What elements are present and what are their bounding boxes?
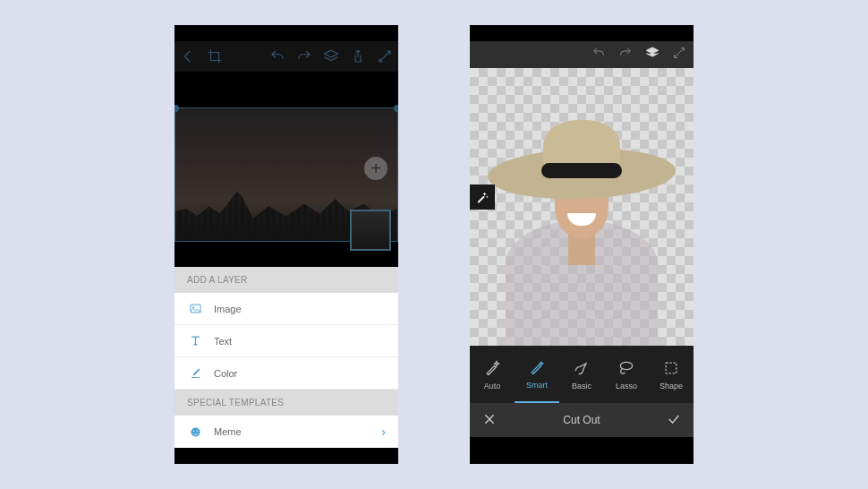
svg-point-3 — [191, 427, 200, 436]
layers-icon[interactable] — [645, 46, 660, 64]
chevron-right-icon: › — [381, 425, 386, 439]
undo-icon[interactable] — [591, 46, 606, 64]
undo-icon[interactable] — [269, 48, 285, 64]
tab-label: Auto — [484, 382, 501, 390]
row-label: Image — [214, 304, 242, 314]
add-layer-panel: ADD A LAYER Image Text Color SPECIAL TEM… — [174, 267, 398, 448]
row-text[interactable]: Text — [174, 325, 398, 357]
redo-icon[interactable] — [618, 46, 633, 64]
meme-icon — [187, 425, 203, 439]
selection-handle-icon[interactable] — [394, 105, 398, 112]
back-icon[interactable] — [180, 48, 196, 64]
svg-point-5 — [196, 430, 198, 432]
svg-marker-0 — [325, 50, 338, 57]
fullscreen-icon[interactable] — [672, 46, 686, 64]
tab-label: Smart — [526, 381, 548, 390]
svg-point-7 — [620, 362, 632, 369]
screen-title: Cut Out — [563, 414, 600, 426]
crop-icon[interactable] — [207, 48, 223, 64]
phone-left-editor: + ADD A LAYER Image Text Color SPECIAL T… — [174, 25, 398, 464]
tool-tabs: Auto Smart Basic Lasso Shape Ref — [470, 346, 694, 403]
tab-auto[interactable]: Auto — [470, 346, 515, 403]
image-icon — [187, 302, 203, 315]
selection-handle-icon[interactable] — [174, 105, 179, 112]
tab-label: Shape — [660, 382, 683, 390]
row-label: Color — [214, 368, 237, 379]
row-meme[interactable]: Meme › — [174, 416, 398, 448]
svg-point-4 — [192, 430, 194, 432]
layers-icon[interactable] — [323, 48, 339, 64]
svg-rect-8 — [666, 363, 677, 373]
confirm-button[interactable] — [667, 412, 681, 429]
section-header-add-layer: ADD A LAYER — [174, 267, 398, 293]
section-header-special-templates: SPECIAL TEMPLATES — [174, 390, 398, 416]
row-color[interactable]: Color — [174, 357, 398, 390]
canvas-transparent[interactable] — [470, 68, 694, 346]
row-image[interactable]: Image — [174, 293, 398, 325]
tab-smart[interactable]: Smart — [515, 346, 559, 403]
text-icon — [187, 334, 203, 347]
canvas-area[interactable]: + — [174, 107, 398, 251]
redo-icon[interactable] — [296, 48, 312, 64]
row-label: Meme — [214, 426, 242, 437]
fullscreen-icon[interactable] — [377, 48, 393, 64]
tab-shape[interactable]: Shape — [649, 346, 694, 403]
row-label: Text — [214, 336, 232, 347]
tab-basic[interactable]: Basic — [559, 346, 604, 403]
color-icon — [187, 366, 203, 380]
share-icon[interactable] — [350, 48, 366, 64]
top-toolbar — [470, 41, 694, 68]
tab-label: Lasso — [616, 382, 637, 390]
svg-marker-6 — [646, 47, 658, 54]
top-toolbar — [174, 41, 398, 72]
magic-wand-button[interactable] — [470, 184, 495, 210]
tab-lasso[interactable]: Lasso — [604, 346, 649, 403]
cutout-subject — [470, 68, 694, 346]
phone-right-cutout: Auto Smart Basic Lasso Shape Ref — [470, 25, 694, 464]
add-layer-button[interactable]: + — [364, 157, 387, 180]
bottom-bar: Cut Out — [470, 403, 694, 437]
cancel-button[interactable] — [482, 412, 497, 429]
layer-thumbnail[interactable] — [350, 210, 391, 251]
tab-label: Basic — [572, 382, 591, 390]
